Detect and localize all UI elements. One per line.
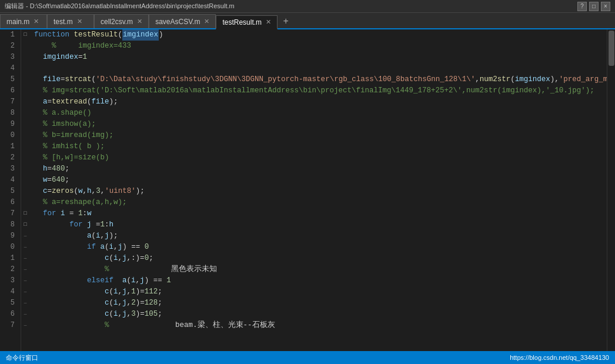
code-line-17: for i = 1:w xyxy=(34,208,602,219)
line-num-21: 1 xyxy=(0,253,17,264)
fold-18[interactable]: □ xyxy=(21,219,29,231)
line-num-17: 7 xyxy=(0,208,17,219)
fold-16 xyxy=(21,197,29,208)
code-line-12: % [h,w]=size(b) xyxy=(34,152,602,163)
line-num-11: 1 xyxy=(0,141,17,152)
tab-cell2csv-label: cell2csv.m xyxy=(101,18,133,26)
line-num-1: 1 xyxy=(0,29,17,41)
editor-container: 1 2 3 4 5 6 7 8 9 0 1 2 3 4 5 6 7 8 9 0 … xyxy=(0,29,615,351)
code-line-20: if a(i,j) == 0 xyxy=(34,242,602,253)
code-line-16: % a=reshape(a,h,w); xyxy=(34,197,602,208)
title-text: 编辑器 - D:\Soft\matlab2016a\matlabInstallm… xyxy=(5,2,577,11)
tab-main[interactable]: main.m ✕ xyxy=(0,14,47,28)
tab-test-close[interactable]: ✕ xyxy=(77,18,82,25)
title-bar: 编辑器 - D:\Soft\matlab2016a\matlabInstallm… xyxy=(0,0,615,13)
line-num-5: 5 xyxy=(0,74,17,85)
line-num-13: 3 xyxy=(0,163,17,175)
status-bar: 命令行窗口 https://blog.csdn.net/qq_33484130 xyxy=(0,351,615,364)
code-line-21: c(i,j,:)=0; xyxy=(34,253,602,264)
line-num-19: 9 xyxy=(0,231,17,242)
code-line-1: function testResult(imgindex) xyxy=(34,29,602,41)
code-line-5: file=strcat('D:\Data\study\finishstudy\3… xyxy=(34,74,602,85)
tab-main-close[interactable]: ✕ xyxy=(34,18,39,25)
close-button[interactable]: × xyxy=(601,2,610,11)
tab-test-label: test.m xyxy=(54,18,73,26)
fold-indicators: □ □ □ – – – – – – – – – xyxy=(21,29,29,351)
line-num-18: 8 xyxy=(0,219,17,231)
fold-10 xyxy=(21,130,29,141)
tab-test[interactable]: test.m ✕ xyxy=(47,14,94,28)
line-num-7: 7 xyxy=(0,96,17,108)
status-right: https://blog.csdn.net/qq_33484130 xyxy=(510,354,609,361)
fold-23: – xyxy=(21,275,29,286)
status-left: 命令行窗口 xyxy=(6,353,38,362)
fold-14 xyxy=(21,175,29,186)
tab-main-label: main.m xyxy=(6,18,29,26)
tab-testresult-label: testResult.m xyxy=(222,18,262,26)
line-num-2: 2 xyxy=(0,41,17,52)
fold-8 xyxy=(21,108,29,119)
fold-22: – xyxy=(21,264,29,275)
code-line-23: elseif a(i,j) == 1 xyxy=(34,275,602,286)
code-line-15: c=zeros(w,h,3,'uint8'); xyxy=(34,186,602,197)
fold-9 xyxy=(21,119,29,130)
line-num-3: 3 xyxy=(0,52,17,63)
code-line-24: c(i,j,1)=112; xyxy=(34,286,602,298)
fold-24: – xyxy=(21,286,29,298)
code-line-11: % imhist( b ); xyxy=(34,141,602,152)
tab-add-button[interactable]: + xyxy=(278,14,294,28)
fold-13 xyxy=(21,163,29,175)
fold-2 xyxy=(21,41,29,52)
line-numbers: 1 2 3 4 5 6 7 8 9 0 1 2 3 4 5 6 7 8 9 0 … xyxy=(0,29,21,351)
fold-17[interactable]: □ xyxy=(21,208,29,219)
line-num-9: 9 xyxy=(0,119,17,130)
line-num-8: 8 xyxy=(0,108,17,119)
fold-26: – xyxy=(21,309,29,320)
line-num-24: 4 xyxy=(0,286,17,298)
fold-6 xyxy=(21,85,29,96)
line-num-20: 0 xyxy=(0,242,17,253)
fold-15 xyxy=(21,186,29,197)
code-line-2: % imgindex=433 xyxy=(34,41,602,52)
code-line-18: for j =1:h xyxy=(34,219,602,231)
line-num-10: 0 xyxy=(0,130,17,141)
tab-cell2csv-close[interactable]: ✕ xyxy=(137,18,142,25)
fold-1[interactable]: □ xyxy=(21,29,29,41)
line-num-15: 5 xyxy=(0,186,17,197)
code-line-7: a=textread(file); xyxy=(34,96,602,108)
fold-19: – xyxy=(21,231,29,242)
tab-testresult[interactable]: testResult.m ✕ xyxy=(216,15,278,29)
minimize-button[interactable]: □ xyxy=(589,2,599,11)
fold-25: – xyxy=(21,298,29,309)
fold-20: – xyxy=(21,242,29,253)
fold-5 xyxy=(21,74,29,85)
minimap-area xyxy=(607,29,615,351)
code-line-26: c(i,j,3)=105; xyxy=(34,309,602,320)
fold-27: – xyxy=(21,320,29,331)
scrollbar-thumb[interactable] xyxy=(609,31,614,66)
line-num-14: 4 xyxy=(0,175,17,186)
line-num-4: 4 xyxy=(0,63,17,74)
fold-21: – xyxy=(21,253,29,264)
code-editor[interactable]: function testResult(imgindex) % imgindex… xyxy=(29,29,607,351)
line-num-26: 6 xyxy=(0,309,17,320)
help-button[interactable]: ? xyxy=(577,2,587,11)
tab-saveascsv[interactable]: saveAsCSV.m ✕ xyxy=(149,14,216,28)
line-num-25: 5 xyxy=(0,298,17,309)
code-line-25: c(i,j,2)=128; xyxy=(34,298,602,309)
tab-saveascsv-close[interactable]: ✕ xyxy=(204,18,209,25)
code-line-10: % b=imread(img); xyxy=(34,130,602,141)
fold-4 xyxy=(21,63,29,74)
code-line-8: % a.shape() xyxy=(34,108,602,119)
line-num-23: 3 xyxy=(0,275,17,286)
code-line-3: imgindex=1 xyxy=(34,52,602,63)
line-num-22: 2 xyxy=(0,264,17,275)
tab-cell2csv[interactable]: cell2csv.m ✕ xyxy=(94,14,149,28)
code-line-4 xyxy=(34,63,602,74)
line-num-16: 6 xyxy=(0,197,17,208)
code-line-27: % beam.梁、柱、光束--石板灰 xyxy=(34,320,602,331)
title-controls: ? □ × xyxy=(577,2,610,11)
tab-testresult-close[interactable]: ✕ xyxy=(266,18,271,26)
line-num-6: 6 xyxy=(0,85,17,96)
tab-saveascsv-label: saveAsCSV.m xyxy=(155,18,200,26)
